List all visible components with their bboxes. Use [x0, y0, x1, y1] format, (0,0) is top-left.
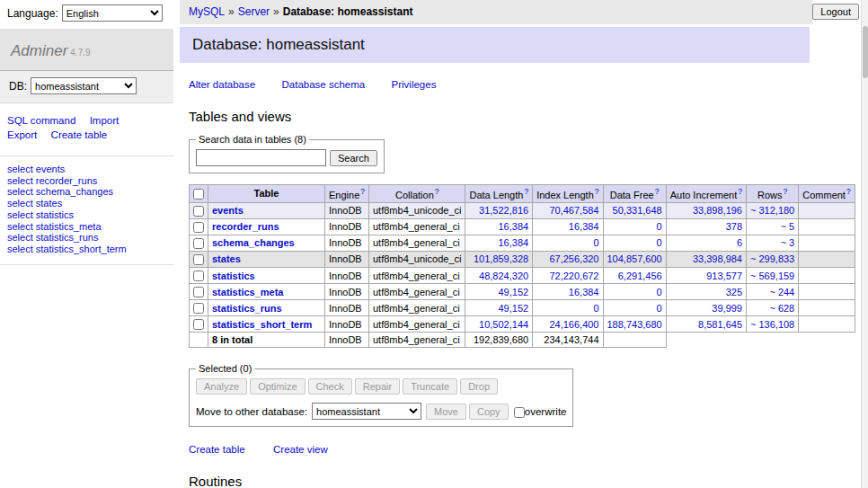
rows-link[interactable]: ~ 299,833 — [750, 253, 794, 264]
comment-cell — [799, 268, 855, 284]
data-length-link[interactable]: 16,384 — [498, 221, 528, 232]
column-help-link[interactable]: ? — [435, 187, 439, 196]
data-length-link[interactable]: 31,522,816 — [479, 205, 528, 216]
data-length-link[interactable]: 16,384 — [498, 237, 528, 248]
breadcrumb-link-server[interactable]: Server — [238, 5, 270, 18]
auto-increment-link[interactable]: 6 — [737, 237, 742, 248]
auto-increment-link[interactable]: 8,581,645 — [698, 319, 742, 330]
index-length-link[interactable]: 16,384 — [569, 221, 599, 232]
check-button: Check — [308, 378, 352, 395]
sidebar-table-link[interactable]: select states — [7, 198, 166, 209]
export-link[interactable]: Export — [7, 129, 37, 142]
rows-link[interactable]: ~ 628 — [769, 303, 794, 314]
rows-link[interactable]: ~ 3 — [781, 237, 795, 248]
create-table-link-sidebar[interactable]: Create table — [51, 129, 108, 142]
overwrite-checkbox[interactable] — [514, 407, 525, 418]
index-length-link[interactable]: 70,467,584 — [549, 205, 598, 216]
data-free-link[interactable]: 6,291,456 — [618, 271, 662, 281]
rows-link[interactable]: ~ 5 — [781, 221, 795, 232]
table-name-link[interactable]: schema_changes — [212, 237, 295, 248]
database-schema-link[interactable]: Database schema — [282, 79, 366, 90]
vertical-scrollbar[interactable] — [861, 0, 868, 488]
column-help-link[interactable]: ? — [595, 187, 599, 196]
row-select-checkbox[interactable] — [193, 254, 204, 265]
rows-link[interactable]: ~ 569,159 — [750, 271, 794, 281]
rows-link[interactable]: ~ 136,108 — [750, 319, 794, 330]
data-length-link[interactable]: 10,502,144 — [479, 319, 528, 330]
sidebar-table-link[interactable]: select events — [7, 164, 166, 175]
sql-command-link[interactable]: SQL command — [7, 114, 75, 128]
table-name-link[interactable]: statistics_meta — [212, 287, 284, 297]
auto-increment-link[interactable]: 33,398,984 — [693, 253, 742, 264]
search-button[interactable]: Search — [330, 150, 377, 166]
create-table-link[interactable]: Create table — [189, 444, 245, 455]
data-free-link[interactable]: 104,857,600 — [607, 253, 662, 264]
auto-increment-link[interactable]: 913,577 — [706, 271, 742, 281]
data-length-link[interactable]: 49,152 — [498, 303, 528, 314]
table-row: statistics_runsInnoDButf8mb4_general_ci4… — [190, 300, 855, 316]
column-help-link[interactable]: ? — [784, 187, 788, 196]
column-help-link[interactable]: ? — [846, 187, 851, 196]
auto-increment-link[interactable]: 33,898,196 — [693, 205, 742, 216]
data-free-link[interactable]: 0 — [657, 237, 662, 248]
adminer-logo[interactable]: Adminer — [11, 42, 67, 59]
data-free-link[interactable]: 0 — [657, 221, 662, 232]
rows-link[interactable]: ~ 244 — [769, 287, 794, 297]
table-name-link[interactable]: statistics — [212, 271, 255, 281]
move-database-select[interactable]: homeassistant — [312, 403, 421, 420]
auto-increment-link[interactable]: 325 — [726, 287, 742, 297]
row-select-checkbox[interactable] — [193, 271, 204, 281]
index-length-link[interactable]: 0 — [593, 237, 598, 248]
row-select-checkbox[interactable] — [193, 222, 204, 233]
index-length-link[interactable]: 16,384 — [569, 287, 599, 297]
alter-database-link[interactable]: Alter database — [189, 79, 255, 90]
sidebar-table-link[interactable]: select recorder_runs — [7, 175, 166, 187]
scrollbar-thumb[interactable] — [863, 26, 868, 78]
logout-button[interactable]: Logout — [812, 4, 859, 20]
language-select[interactable]: English — [62, 4, 163, 22]
row-select-checkbox[interactable] — [193, 319, 204, 330]
row-check-cell — [190, 218, 208, 235]
db-select[interactable]: homeassistant — [31, 77, 137, 94]
sidebar-table-link[interactable]: select statistics — [7, 209, 166, 221]
data-free-link[interactable]: 50,331,648 — [613, 205, 662, 216]
column-help-link[interactable]: ? — [738, 187, 742, 196]
index-length-link[interactable]: 72,220,672 — [549, 271, 598, 281]
breadcrumb-link-mysql[interactable]: MySQL — [189, 5, 225, 18]
row-select-checkbox[interactable] — [193, 303, 204, 314]
sidebar-table-link[interactable]: select statistics_runs — [7, 232, 166, 244]
select-all-checkbox[interactable] — [193, 189, 204, 200]
table-name-link[interactable]: states — [212, 253, 241, 264]
table-name-link[interactable]: recorder_runs — [212, 221, 279, 232]
index-length-link[interactable]: 24,166,400 — [549, 319, 598, 330]
import-link[interactable]: Import — [90, 114, 120, 128]
data-free-link[interactable]: 0 — [657, 287, 662, 297]
sidebar-table-link[interactable]: select schema_changes — [7, 186, 166, 198]
data-free-link[interactable]: 188,743,680 — [607, 319, 662, 330]
data-length-link[interactable]: 48,824,320 — [479, 271, 528, 281]
rows-link[interactable]: ~ 312,180 — [750, 205, 794, 216]
column-help-link[interactable]: ? — [524, 187, 528, 196]
column-help-link[interactable]: ? — [655, 187, 660, 196]
index-length-link[interactable]: 0 — [593, 303, 598, 314]
sidebar-table-link[interactable]: select statistics_meta — [7, 221, 166, 233]
row-select-checkbox[interactable] — [193, 287, 204, 297]
data-length-link[interactable]: 49,152 — [498, 287, 528, 297]
sidebar-table-link[interactable]: select statistics_short_term — [7, 244, 166, 255]
table-name-link[interactable]: statistics_short_term — [212, 319, 312, 330]
data-free-link[interactable]: 0 — [657, 303, 662, 314]
engine-cell: InnoDB — [325, 235, 369, 251]
column-help-link[interactable]: ? — [360, 187, 365, 196]
breadcrumb-separator: » — [273, 5, 279, 18]
data-length-link[interactable]: 101,859,328 — [474, 253, 528, 264]
table-name-link[interactable]: statistics_runs — [212, 303, 282, 314]
create-view-link[interactable]: Create view — [273, 444, 328, 455]
index-length-link[interactable]: 67,256,320 — [549, 253, 598, 264]
row-select-checkbox[interactable] — [193, 206, 204, 217]
auto-increment-link[interactable]: 378 — [726, 221, 742, 232]
search-input[interactable] — [196, 149, 326, 166]
table-name-link[interactable]: events — [212, 205, 244, 216]
privileges-link[interactable]: Privileges — [392, 79, 437, 90]
row-select-checkbox[interactable] — [193, 238, 204, 249]
auto-increment-link[interactable]: 39,999 — [712, 303, 742, 314]
